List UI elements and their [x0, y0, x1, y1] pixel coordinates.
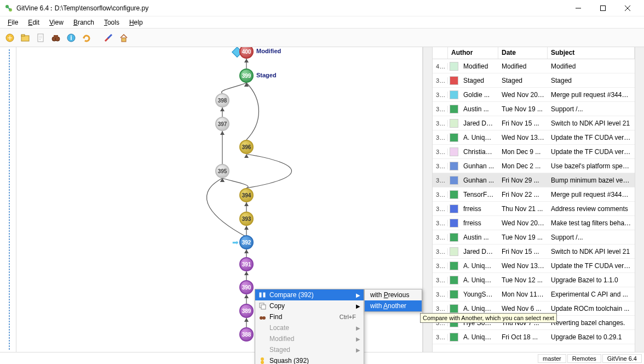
- minimize-button[interactable]: [566, 0, 590, 16]
- commit-table: Author Date Subject 400ModifiedModifiedM…: [432, 47, 635, 352]
- menu-help[interactable]: Help: [125, 18, 147, 27]
- row-author: Jared Duke: [460, 248, 498, 255]
- commit-node-394[interactable]: 394: [239, 188, 254, 202]
- maximize-button[interactable]: [590, 0, 615, 16]
- row-index: 399: [433, 77, 448, 84]
- row-author: A. Unique ...: [460, 276, 498, 284]
- table-row[interactable]: 389frreissWed Nov 20 ...Make test tag fi…: [433, 216, 635, 230]
- svg-rect-16: [261, 305, 266, 309]
- table-row[interactable]: 390frreissThu Nov 21 ...Address review c…: [433, 202, 635, 216]
- status-branch[interactable]: master: [538, 354, 566, 363]
- binoculars-icon[interactable]: [49, 31, 62, 44]
- open-icon[interactable]: [19, 31, 32, 44]
- table-row[interactable]: 394Christian ...Mon Dec 9 ...Update the …: [433, 145, 635, 159]
- row-subject: Update the TF CUDA version ...: [548, 262, 635, 270]
- table-row[interactable]: 381A. Unique ...Fri Oct 18 ...Upgrade Ba…: [433, 330, 635, 344]
- table-row[interactable]: 393Gunhan ...Mon Dec 2 ...Use bazel's pl…: [433, 159, 635, 173]
- table-scrollbar[interactable]: [635, 47, 644, 352]
- tools-icon[interactable]: [102, 31, 115, 44]
- row-date: Staged: [498, 77, 548, 84]
- avatar: [448, 62, 460, 71]
- table-row[interactable]: 386A. Unique ...Wed Nov 13 ...Update the…: [433, 259, 635, 273]
- commit-node-389[interactable]: 389: [239, 304, 254, 318]
- commit-node-388[interactable]: 388: [239, 327, 254, 342]
- row-index: 394: [433, 149, 448, 155]
- redo-icon[interactable]: [80, 31, 93, 44]
- avatar: [448, 119, 460, 128]
- table-row[interactable]: 397Austin ...Tue Nov 19 ...Support /...: [433, 102, 635, 116]
- col-index[interactable]: [433, 47, 448, 59]
- table-row[interactable]: 391TensorFlo...Fri Nov 22 ...Merge pull …: [433, 187, 635, 202]
- row-index: 400: [433, 63, 448, 70]
- overview-gutter[interactable]: [0, 47, 16, 352]
- menu-tools[interactable]: Tools: [100, 18, 124, 27]
- home-icon[interactable]: [117, 31, 130, 44]
- commit-node-392[interactable]: 392: [239, 235, 254, 249]
- commit-node-395[interactable]: 395: [215, 164, 229, 178]
- commit-node-399[interactable]: 399: [239, 69, 254, 83]
- row-subject: Bump minimum bazel versio...: [548, 177, 635, 184]
- commit-node-393[interactable]: 393: [239, 212, 254, 226]
- info-icon[interactable]: i: [65, 31, 78, 44]
- menu-view[interactable]: View: [45, 18, 68, 27]
- table-row[interactable]: 399StagedStagedStaged: [433, 73, 635, 88]
- row-subject: Experimental C API and ...: [548, 291, 635, 298]
- row-author: A. Unique ...: [460, 305, 498, 312]
- ctx-copy[interactable]: Copy▶: [255, 300, 364, 311]
- table-row[interactable]: 387Jared DukeFri Nov 15 ...Switch to NDK…: [433, 244, 635, 259]
- row-author: TensorFlo...: [460, 191, 498, 198]
- menu-branch[interactable]: Branch: [69, 18, 99, 27]
- commit-node-391[interactable]: 391: [239, 257, 254, 271]
- row-index: 396: [433, 120, 448, 127]
- avatar: [448, 247, 460, 256]
- table-row[interactable]: 400ModifiedModifiedModified: [433, 59, 635, 73]
- row-date: Tue Nov 19 ...: [498, 105, 548, 113]
- table-row[interactable]: 384YoungSeo...Mon Nov 11 ...Experimental…: [433, 287, 635, 302]
- row-author: A. Unique ...: [460, 333, 498, 341]
- col-author[interactable]: Author: [448, 47, 498, 59]
- svg-point-18: [262, 316, 266, 320]
- commit-node-390[interactable]: 390: [239, 280, 254, 294]
- row-subject: Make test tag filters behave a...: [548, 219, 635, 227]
- row-subject: Merge pull request #34465 ...: [548, 91, 635, 99]
- row-index: 390: [433, 206, 448, 212]
- ctx-find[interactable]: FindCtrl+F: [255, 311, 364, 322]
- menu-edit[interactable]: Edit: [24, 18, 44, 27]
- table-header: Author Date Subject: [433, 47, 635, 59]
- row-date: Fri Nov 15 ...: [498, 120, 548, 127]
- row-subject: Support /...: [548, 105, 635, 113]
- table-row[interactable]: 392Gunhan ...Fri Nov 29 ...Bump minimum …: [433, 173, 635, 187]
- status-remotes[interactable]: Remotes: [567, 354, 601, 363]
- table-row[interactable]: 385A. Unique ...Tue Nov 12 ...Upgrade Ba…: [433, 273, 635, 287]
- avatar: [448, 105, 460, 113]
- table-row[interactable]: 388Austin ...Tue Nov 19 ...Support /...: [433, 230, 635, 244]
- row-date: Mon Dec 9 ...: [498, 148, 548, 156]
- row-index: 392: [433, 177, 448, 184]
- table-row[interactable]: 398Goldie ...Wed Nov 20 ...Merge pull re…: [433, 88, 635, 102]
- ctx-sub-with-another[interactable]: with Another: [365, 300, 422, 311]
- row-subject: Use bazel's platform specific ...: [548, 162, 635, 170]
- col-subject[interactable]: Subject: [548, 47, 635, 59]
- ctx-squash-[interactable]: Squash (392): [255, 355, 364, 364]
- col-date[interactable]: Date: [498, 47, 548, 59]
- new-icon[interactable]: [3, 31, 16, 44]
- menu-file[interactable]: File: [3, 18, 22, 27]
- close-button[interactable]: [615, 0, 640, 16]
- ctx-sub-with-previous[interactable]: with Previous: [365, 289, 422, 300]
- row-date: Fri Nov 15 ...: [498, 248, 548, 255]
- table-row[interactable]: 396Jared DukeFri Nov 15 ...Switch to NDK…: [433, 116, 635, 130]
- row-author: Staged: [460, 77, 498, 84]
- table-row[interactable]: 395A. Unique ...Wed Nov 13 ...Update the…: [433, 130, 635, 145]
- doc-icon[interactable]: [34, 31, 47, 44]
- graph-scrollbar[interactable]: [423, 47, 432, 352]
- row-index: 397: [433, 106, 448, 112]
- row-index: 384: [433, 291, 448, 298]
- ctx-compare-[interactable]: Compare (392)▶: [255, 289, 364, 300]
- ctx-modified: Modified▶: [255, 333, 364, 344]
- row-date: Thu Nov 21 ...: [498, 205, 548, 213]
- commit-node-397[interactable]: 397: [215, 117, 229, 131]
- row-author: Christian ...: [460, 148, 498, 156]
- commit-node-396[interactable]: 396: [239, 140, 254, 154]
- commit-node-398[interactable]: 398: [215, 93, 229, 107]
- row-subject: Update ROCm toolchain ...: [548, 305, 635, 312]
